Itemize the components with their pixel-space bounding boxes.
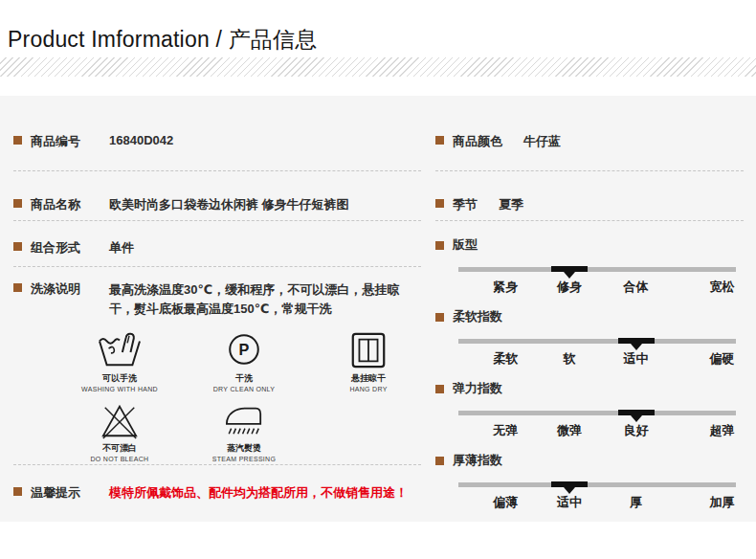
- slider-section-thickness: 厚薄指数 偏薄 适中 厚 加厚: [435, 452, 744, 510]
- warm-tips-row: 温馨提示 模特所佩戴饰品、配件均为搭配所用，不做销售用途！: [13, 465, 421, 502]
- row-label: 商品编号: [31, 133, 109, 150]
- slider-option: 适中: [557, 494, 582, 511]
- bullet-icon: [435, 136, 444, 145]
- washing-instructions-text: 最高洗涤温度30℃，缓和程序，不可以漂白，悬挂晾干，熨斗底板最高温度150℃，常…: [109, 280, 417, 319]
- slider-marker-triangle: [564, 272, 575, 279]
- slider-option: 良好: [624, 422, 649, 439]
- slider-track: [458, 482, 736, 487]
- slider-title: 柔软指数: [453, 308, 502, 325]
- washing-instructions-row: 洗涤说明 最高洗涤温度30℃，缓和程序，不可以漂白，悬挂晾干，熨斗底板最高温度1…: [13, 267, 421, 465]
- care-label-zh: 蒸汽熨烫: [182, 442, 306, 455]
- care-item-hand-wash: 可以手洗 WASHING WITH HAND: [57, 326, 182, 392]
- row-label: 商品名称: [31, 196, 109, 213]
- left-column: 商品编号 16840D042 商品名称 欧美时尚多口袋卷边休闲裤 修身牛仔短裤图…: [13, 96, 421, 502]
- care-icons-grid: 可以手洗 WASHING WITH HAND P 干洗 DRY CLEAN ON…: [57, 326, 421, 462]
- bullet-icon: [13, 283, 22, 292]
- slider-option: 紧身: [493, 279, 518, 296]
- slider-option: 修身: [557, 279, 582, 296]
- steam-press-icon: [222, 400, 266, 440]
- care-label-zh: 可以手洗: [57, 372, 182, 385]
- product-color-row: 商品颜色 牛仔蓝: [435, 96, 744, 171]
- slider-option: 超弹: [710, 422, 735, 439]
- slider-option: 加厚: [710, 494, 735, 511]
- slider-option: 宽松: [710, 279, 735, 296]
- care-item-hang-dry: 悬挂晾干 HANG DRY: [306, 326, 431, 392]
- row-value: 单件: [109, 239, 134, 257]
- slider-section-elasticity: 弹力指数 无弹 微弹 良好 超弹: [435, 380, 744, 438]
- slider-section-softness: 柔软指数 柔软 软 适中 偏硬: [435, 308, 744, 367]
- product-info-page: Product Imformation / 产品信息 商品编号 16840D04…: [0, 0, 756, 559]
- slider-title: 版型: [453, 236, 478, 254]
- care-label-zh: 干洗: [182, 372, 306, 385]
- slider-marker-triangle: [631, 415, 642, 422]
- combination-row: 组合形式 单件: [13, 221, 421, 267]
- row-label: 组合形式: [31, 239, 109, 257]
- tips-text: 模特所佩戴饰品、配件均为搭配所用，不做销售用途！: [109, 484, 408, 502]
- slider-option: 厚: [630, 494, 642, 511]
- slider-option: 柔软: [493, 350, 518, 368]
- hang-dry-icon: [346, 330, 390, 370]
- care-label-zh: 悬挂晾干: [306, 372, 431, 385]
- content-panel: 商品编号 16840D042 商品名称 欧美时尚多口袋卷边休闲裤 修身牛仔短裤图…: [0, 96, 756, 522]
- care-label-en: DO NOT BLEACH: [57, 456, 182, 462]
- row-label: 商品颜色: [453, 133, 502, 150]
- product-name-row: 商品名称 欧美时尚多口袋卷边休闲裤 修身牛仔短裤图: [13, 171, 421, 221]
- bullet-icon: [13, 199, 22, 208]
- care-label-en: HANG DRY: [306, 386, 431, 392]
- slider-marker-triangle: [564, 487, 575, 494]
- slider-option: 微弹: [557, 422, 582, 439]
- no-bleach-icon: [98, 400, 142, 440]
- bullet-icon: [435, 241, 444, 250]
- slider-option: 合体: [624, 279, 649, 296]
- slider-track: [458, 411, 736, 415]
- bullet-icon: [435, 199, 444, 208]
- bullet-icon: [13, 136, 22, 145]
- bullet-icon: [13, 487, 22, 496]
- care-item-no-bleach: 不可漂白 DO NOT BLEACH: [57, 396, 182, 462]
- row-value: 16840D042: [109, 133, 173, 147]
- bullet-icon: [435, 313, 444, 322]
- slider-option: 无弹: [493, 422, 518, 439]
- hand-wash-icon: [98, 330, 142, 370]
- product-number-row: 商品编号 16840D042: [13, 96, 421, 171]
- slider-option: 软: [564, 350, 576, 368]
- slider-options: 紧身 修身 合体 宽松: [458, 279, 736, 295]
- slider-section-fit: 版型 紧身 修身 合体 宽松: [435, 236, 744, 295]
- slider-options: 柔软 软 适中 偏硬: [458, 350, 736, 367]
- page-title: Product Imformation / 产品信息: [8, 25, 317, 55]
- row-value: 牛仔蓝: [523, 133, 561, 150]
- season-row: 季节 夏季: [435, 171, 744, 221]
- care-label-en: STEAM PRESSING: [182, 456, 306, 462]
- care-label-en: DRY CLEAN ONLY: [182, 386, 306, 392]
- bullet-icon: [13, 242, 22, 251]
- bullet-icon: [435, 385, 444, 393]
- dry-clean-symbol: P: [239, 341, 250, 358]
- row-label: 季节: [453, 196, 478, 213]
- slider-options: 无弹 微弹 良好 超弹: [458, 422, 736, 438]
- slider-option: 偏硬: [710, 350, 735, 368]
- slider-title: 弹力指数: [453, 380, 502, 397]
- hatch-divider: [0, 57, 756, 77]
- care-item-steam-press: 蒸汽熨烫 STEAM PRESSING: [182, 396, 306, 462]
- bullet-icon: [435, 457, 444, 465]
- slider-track: [458, 339, 736, 344]
- row-value: 夏季: [499, 196, 523, 213]
- care-label-zh: 不可漂白: [57, 442, 182, 455]
- care-label-en: WASHING WITH HAND: [57, 386, 182, 392]
- slider-title: 厚薄指数: [453, 452, 502, 469]
- slider-track: [458, 267, 736, 272]
- slider-marker-triangle: [631, 344, 642, 350]
- slider-options: 偏薄 适中 厚 加厚: [458, 494, 736, 510]
- dry-clean-icon: P: [222, 330, 266, 370]
- row-value: 欧美时尚多口袋卷边休闲裤 修身牛仔短裤图: [109, 196, 349, 213]
- care-item-dry-clean: P 干洗 DRY CLEAN ONLY: [182, 326, 306, 392]
- row-label: 洗涤说明: [31, 280, 109, 298]
- row-label: 温馨提示: [31, 484, 109, 502]
- right-column: 商品颜色 牛仔蓝 季节 夏季 版型 紧身 修身: [435, 96, 744, 510]
- slider-option: 适中: [624, 350, 649, 368]
- slider-option: 偏薄: [493, 494, 518, 511]
